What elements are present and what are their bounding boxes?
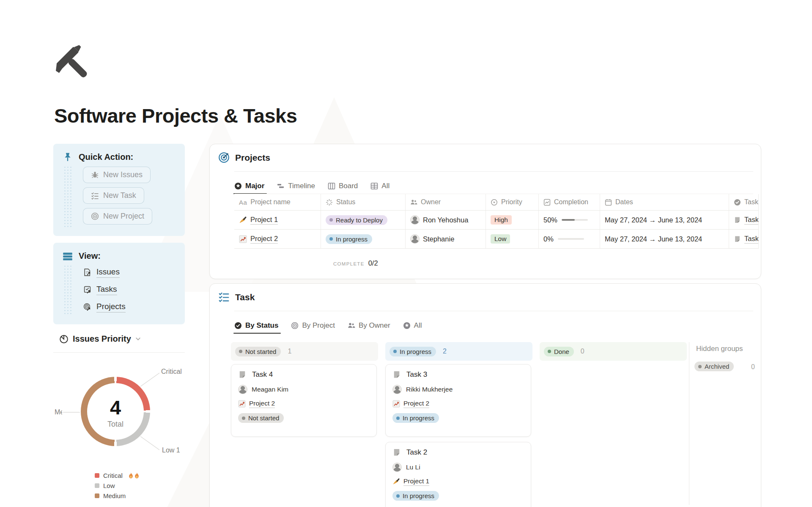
check-circle-icon [734, 199, 741, 206]
status-badge: In progress [326, 234, 372, 244]
people-icon [410, 199, 417, 206]
chart-label-low: Low 1 [162, 447, 182, 454]
new-issues-button[interactable]: New Issues [83, 167, 151, 183]
dotted-decoration [63, 265, 73, 315]
task-card-task3[interactable]: Task 3 Rikki Mukherjee Project 2 In prog… [385, 364, 531, 437]
page-icon [392, 370, 401, 379]
chart-increasing-icon [238, 400, 246, 408]
chart-increasing-icon [239, 235, 247, 243]
view-link-issues[interactable]: Issues [83, 267, 126, 278]
bug-icon [91, 171, 99, 179]
document-arrow-icon [83, 268, 92, 277]
view-link-tasks[interactable]: Tasks [83, 285, 126, 295]
view-link-projects[interactable]: Projects [83, 302, 126, 312]
avatar [410, 215, 420, 225]
task-card: Task By Status By Project By Owner All [209, 283, 761, 507]
new-project-button[interactable]: New Project [83, 208, 152, 225]
board-columns-icon [328, 182, 335, 190]
star-badge-icon [234, 182, 242, 190]
task-owner: Rikki Mukherjee [406, 386, 453, 393]
rollup-chart-icon [543, 199, 551, 206]
tab-all[interactable]: All [403, 318, 422, 334]
new-issues-label: New Issues [103, 170, 143, 179]
task-card-task2[interactable]: Task 2 Lu Li Project 1 In progress [385, 442, 531, 507]
legend-swatch [95, 483, 99, 488]
task-title: Task 3 [406, 370, 427, 379]
tab-by-owner[interactable]: By Owner [348, 318, 390, 334]
table-row[interactable]: Project 2 In progress Stephanie Low 0% M… [234, 230, 759, 249]
group-badge[interactable]: Not started [235, 347, 281, 356]
tab-all[interactable]: All [370, 178, 390, 194]
avatar [238, 385, 247, 394]
issues-priority-header: Issues Priority [59, 334, 141, 344]
select-icon [491, 199, 498, 206]
view-link-tasks-label: Tasks [96, 285, 117, 295]
task-owner: Meagan Kim [252, 386, 288, 393]
timeline-icon [277, 182, 285, 190]
tab-major[interactable]: Major [234, 178, 264, 194]
tab-by-status[interactable]: By Status [234, 318, 278, 334]
checklist-icon [91, 192, 99, 200]
avatar [392, 463, 402, 472]
board-column-not-started: Not started 1 [231, 342, 378, 361]
project-link[interactable]: Project 2 [403, 400, 429, 408]
progress-bar [562, 219, 588, 221]
task-card-task4[interactable]: Task 4 Meagan Kim Project 2 Not started [231, 364, 377, 437]
project-link[interactable]: Project 1 [403, 477, 429, 486]
chart-label-critical: Critical 1 [161, 368, 182, 375]
project-link[interactable]: Project 2 [250, 235, 278, 244]
projects-view-tabs: Major Timeline Board All [234, 178, 390, 194]
view-link-projects-label: Projects [96, 302, 126, 312]
quick-action-callout: Quick Action: New Issues New Task New Pr… [53, 144, 185, 236]
tasks-relation-link[interactable]: Tasks [744, 216, 759, 225]
avatar [392, 385, 402, 394]
status-badge: Ready to Deploy [326, 215, 387, 225]
table-row[interactable]: Project 1 Ready to Deploy Ron Yehoshua H… [234, 211, 759, 230]
new-task-button[interactable]: New Task [83, 187, 144, 204]
group-count: 1 [288, 348, 291, 355]
task-owner: Lu Li [406, 463, 420, 471]
legend-item-low: Low [95, 482, 140, 489]
table-header-row: AaProject name Status Owner Priority Com… [234, 194, 759, 211]
archived-group-badge[interactable]: Archived [694, 362, 734, 371]
board-column-done: Done 0 [540, 342, 687, 361]
tab-board[interactable]: Board [328, 178, 358, 194]
table-footer-complete: COMPLETE 0/2 [333, 259, 378, 267]
target-arrow-icon [83, 303, 92, 312]
group-badge[interactable]: Done [544, 347, 574, 356]
group-badge[interactable]: In progress [390, 347, 436, 356]
tab-timeline[interactable]: Timeline [277, 178, 315, 194]
page-title: Software Projects & Tasks [54, 104, 297, 127]
status-badge: In progress [392, 491, 439, 501]
hammer-icon [54, 44, 96, 86]
check-badge-icon [234, 322, 242, 329]
issues-priority-title: Issues Priority [73, 334, 131, 344]
archived-group-count: 0 [751, 363, 755, 371]
text-property-icon: Aa [239, 199, 247, 206]
task-title: Task 2 [406, 448, 427, 457]
menu-icon [63, 251, 73, 261]
divider [234, 171, 753, 172]
page-icon [392, 448, 401, 457]
projects-card: Projects Major Timeline Board All [209, 144, 761, 279]
target-icon [291, 322, 299, 329]
project-link[interactable]: Project 1 [250, 216, 278, 225]
tasks-relation-link[interactable]: Tasks [744, 235, 759, 244]
star-badge-icon [403, 322, 411, 329]
chart-total-label: Total [81, 420, 150, 429]
view-heading: View: [79, 251, 101, 261]
notion-page: Software Projects & Tasks Quick Action: … [0, 0, 812, 507]
tab-by-project[interactable]: By Project [291, 318, 335, 334]
project-link[interactable]: Project 2 [249, 400, 275, 408]
chevron-down-icon[interactable] [135, 336, 141, 342]
progress-bar [558, 238, 584, 240]
status-badge: Not started [238, 413, 284, 423]
fire-icon [128, 472, 140, 479]
calendar-icon [605, 199, 612, 206]
chart-legend: Critical Low Medium [95, 472, 140, 499]
target-icon [218, 152, 230, 163]
projects-card-title: Projects [235, 153, 270, 163]
avatar [410, 234, 420, 244]
group-count: 2 [443, 348, 447, 355]
status-icon [326, 199, 333, 206]
